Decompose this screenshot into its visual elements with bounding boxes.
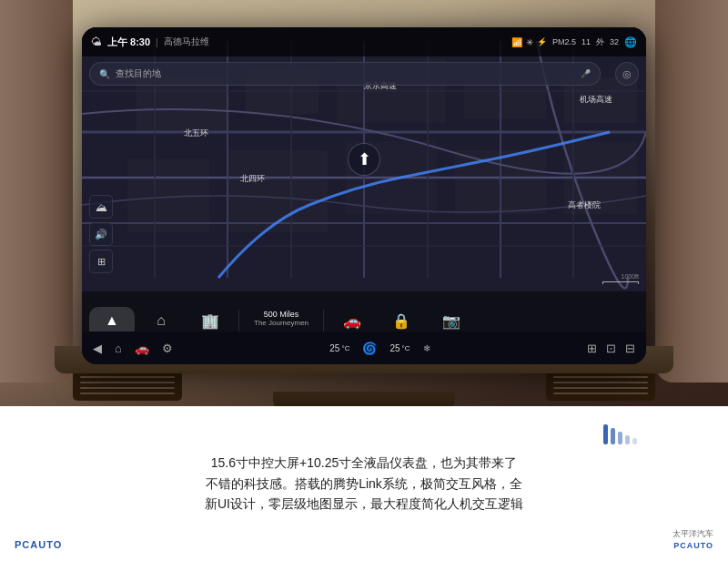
search-placeholder: 查找目的地 [116,67,161,80]
map-sound-button[interactable]: 🔊 [89,222,113,246]
nav-triangle-icon: ▲ [105,312,119,329]
stripe-5 [632,438,637,444]
pm-unit: 外 [596,36,604,48]
map-label-northFour: 北四环 [240,173,265,185]
main-container: 京永高速 北五环 机场高速 北四环 高者楼院 ⬆ 1000ft ⛰ [0,0,728,561]
system-bar: ◀ ⌂ 🚗 ⚙ 25 °C 🌀 25 °C ❄ [82,332,646,364]
temp-left-value: 25 [329,343,339,353]
desc-line1: 15.6寸中控大屏+10.25寸全液晶仪表盘，也为其带来了 [82,453,646,473]
stripe-4 [625,435,630,444]
status-right: PM2.5 11 外 32 🌐 [552,36,637,48]
stripe-3 [618,432,622,444]
desc-line3: 新UI设计，零层级地图显示，最大程度简化人机交互逻辑 [82,494,646,514]
map-area[interactable]: 京永高速 北五环 机场高速 北四环 高者楼院 ⬆ 1000ft ⛰ [82,27,646,291]
sysbar-car-icon[interactable]: 🚗 [135,342,149,355]
map-scale: 1000ft [602,273,639,284]
logo-pcauto-left: PCAUTO [15,539,62,550]
status-icons: 📶 ✳ ⚡ [511,37,547,47]
description-text-area: 15.6寸中控大屏+10.25寸全液晶仪表盘，也为其带来了 不错的科技感。搭载的… [27,453,701,514]
summon-icon: 📷 [442,312,460,330]
vent-right [546,369,655,401]
status-app-name: 高德马拉维 [164,36,209,48]
interior-left-panel [0,0,73,382]
pm-value: 11 [581,37,591,46]
svg-rect-1 [136,77,228,132]
mycar-icon: 🚗 [343,312,361,330]
svg-rect-7 [228,150,328,232]
sys-bar-left: ◀ ⌂ 🚗 ⚙ [93,342,173,355]
vent-left [73,369,182,401]
location-icon: ◎ [622,68,632,80]
stripe-decoration [603,424,637,444]
music-title: 500 Miles [264,310,299,319]
sysbar-settings-icon[interactable]: ⚙ [162,342,173,355]
search-voice-icon: 🎤 [581,69,591,78]
pm-label: PM2.5 [552,37,576,46]
music-artist: The Journeymen [254,319,308,327]
window-icon[interactable]: ⊟ [625,342,635,355]
ac-icon[interactable]: ❄ [423,343,430,353]
map-label-zone: 高者楼院 [568,199,601,211]
stripe-1 [603,424,608,444]
search-icon: 🔍 [99,69,110,79]
wifi-icon: 📶 [511,37,522,47]
sys-bar-right: ⊞ ⊡ ⊟ [587,342,635,355]
logo-right: 太平洋汽车 PCAUTO [672,528,713,550]
infotainment-screen: 京永高速 北五环 机场高速 北四环 高者楼院 ⬆ 1000ft ⛰ [82,27,646,364]
logo-pcauto-right-label: PCAUTO [673,541,713,550]
temp-left-unit: °C [341,344,349,352]
home-icon: ⌂ [157,312,166,329]
layer-icon: ⊞ [97,256,106,268]
compass-arrow-icon: ⬆ [358,149,371,169]
temp-left-display[interactable]: 25 °C [329,343,349,353]
temp-right-value: 25 [389,343,399,353]
lock-icon: 🔒 [392,312,410,330]
temp-right-unit: °C [402,344,410,352]
sys-bar-center: 25 °C 🌀 25 °C ❄ [329,342,430,355]
pcauto-left-label: PCAUTO [15,539,62,550]
status-time: 上午 8:30 [107,36,150,49]
company-icon: 🏢 [201,312,219,330]
grid-icon[interactable]: ⊞ [587,342,597,355]
split-icon[interactable]: ⊡ [606,342,616,355]
temp-right-display[interactable]: 25 °C [389,343,410,353]
map-layer-button[interactable]: ⊞ [89,250,113,273]
map-controls: ⛰ 🔊 ⊞ [89,195,113,273]
compass[interactable]: ⬆ [348,143,380,176]
sound-icon: 🔊 [95,229,107,240]
sysbar-home-icon[interactable]: ⌂ [115,342,122,355]
usb-icon: ⚡ [537,37,547,46]
map-label-airport: 机场高速 [580,94,612,106]
back-icon[interactable]: ◀ [93,342,102,355]
interior-right-panel [655,0,728,382]
status-left: 🌤 上午 8:30 | 高德马拉维 [91,36,506,49]
fan-icon[interactable]: 🌀 [362,342,377,355]
status-bar: 🌤 上午 8:30 | 高德马拉维 📶 ✳ ⚡ PM2.5 11 外 [82,27,646,56]
pm-outdoor: 32 [610,37,619,46]
logo-taip-label: 太平洋汽车 [672,528,713,540]
description-panel: PCAUTO 15.6寸中控大屏+10.25寸全液晶仪表盘，也为其带来了 不错的… [0,406,728,561]
desc-line2: 不错的科技感。搭载的腾势Link系统，极简交互风格，全 [82,474,646,494]
map-label-northFive: 北五环 [184,128,208,139]
stripe-2 [611,428,615,444]
bluetooth-icon: ✳ [526,37,533,47]
zoom-in-icon: ⛰ [96,200,107,214]
search-bar[interactable]: 🔍 查找目的地 🎤 [89,62,601,86]
location-button[interactable]: ◎ [615,62,639,86]
map-zoom-in-button[interactable]: ⛰ [89,195,113,219]
